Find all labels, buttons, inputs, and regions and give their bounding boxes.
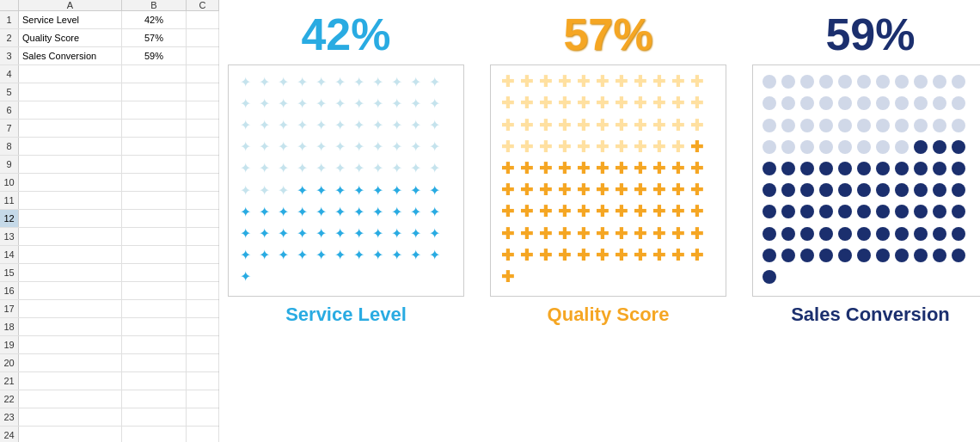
- table-row[interactable]: 1Service Level42%: [0, 11, 218, 29]
- cell-label[interactable]: [19, 408, 122, 426]
- cell-label[interactable]: [19, 120, 122, 137]
- table-row[interactable]: 17: [0, 300, 218, 318]
- cell-extra[interactable]: [187, 11, 219, 28]
- table-row[interactable]: 7: [0, 120, 218, 138]
- table-row[interactable]: 18: [0, 318, 218, 336]
- table-row[interactable]: 12: [0, 210, 218, 228]
- cell-value[interactable]: [122, 228, 187, 245]
- cell-extra[interactable]: [187, 228, 219, 245]
- cell-extra[interactable]: [187, 156, 219, 173]
- cell-label[interactable]: [19, 210, 122, 227]
- cell-extra[interactable]: [187, 354, 219, 371]
- cell-extra[interactable]: [187, 427, 219, 442]
- plus-21: ✚: [687, 94, 706, 113]
- table-row[interactable]: 3Sales Conversion59%: [0, 47, 218, 65]
- cell-label[interactable]: [19, 372, 122, 390]
- cell-value[interactable]: [122, 354, 187, 371]
- cell-value[interactable]: [122, 372, 187, 390]
- cell-extra[interactable]: [187, 120, 219, 137]
- table-row[interactable]: 16: [0, 282, 218, 300]
- table-row[interactable]: 13: [0, 228, 218, 246]
- table-row[interactable]: 23: [0, 408, 218, 427]
- cell-extra[interactable]: [187, 65, 219, 83]
- table-row[interactable]: 24: [0, 427, 218, 442]
- table-row[interactable]: 11: [0, 192, 218, 210]
- cell-value[interactable]: [122, 83, 187, 101]
- cell-value[interactable]: [122, 246, 187, 263]
- cell-extra[interactable]: [187, 282, 219, 299]
- table-row[interactable]: 19: [0, 336, 218, 354]
- cell-value[interactable]: [122, 65, 187, 83]
- cell-extra[interactable]: [187, 336, 219, 353]
- service-level-grid: ✦✦✦✦✦✦✦✦✦✦✦✦✦✦✦✦✦✦✦✦✦✦✦✦✦✦✦✦✦✦✦✦✦✦✦✦✦✦✦✦…: [228, 64, 464, 297]
- cell-value[interactable]: [122, 336, 187, 353]
- cell-value[interactable]: [122, 390, 187, 408]
- table-row[interactable]: 10: [0, 174, 218, 192]
- table-row[interactable]: 20: [0, 354, 218, 372]
- cell-label[interactable]: [19, 83, 122, 101]
- cell-extra[interactable]: [187, 300, 219, 317]
- table-row[interactable]: 15: [0, 264, 218, 282]
- table-row[interactable]: 6: [0, 101, 218, 120]
- cell-label[interactable]: [19, 300, 122, 317]
- circle-37: [836, 138, 854, 157]
- table-row[interactable]: 4: [0, 65, 218, 83]
- cell-extra[interactable]: [187, 101, 219, 119]
- cell-extra[interactable]: [187, 47, 219, 64]
- cell-extra[interactable]: [187, 246, 219, 263]
- cell-value[interactable]: [122, 408, 187, 426]
- cell-label[interactable]: [19, 282, 122, 299]
- cell-value[interactable]: [122, 300, 187, 317]
- cell-extra[interactable]: [187, 408, 219, 426]
- cell-value[interactable]: [122, 210, 187, 227]
- cell-extra[interactable]: [187, 29, 219, 46]
- cell-label[interactable]: [19, 192, 122, 209]
- cell-label[interactable]: [19, 138, 122, 155]
- cell-value[interactable]: 57%: [122, 29, 187, 46]
- cell-label[interactable]: [19, 336, 122, 353]
- table-row[interactable]: 14: [0, 246, 218, 264]
- cell-label[interactable]: [19, 174, 122, 191]
- table-row[interactable]: 22: [0, 390, 218, 408]
- table-row[interactable]: 21: [0, 372, 218, 390]
- cell-extra[interactable]: [187, 210, 219, 227]
- table-row[interactable]: 2Quality Score57%: [0, 29, 218, 47]
- cell-label[interactable]: Sales Conversion: [19, 47, 122, 64]
- cell-value[interactable]: [122, 318, 187, 335]
- cell-label[interactable]: [19, 354, 122, 371]
- cell-label[interactable]: [19, 318, 122, 335]
- cell-extra[interactable]: [187, 372, 219, 390]
- cell-extra[interactable]: [187, 192, 219, 209]
- cell-label[interactable]: [19, 246, 122, 263]
- cell-value[interactable]: [122, 101, 187, 119]
- cell-label[interactable]: [19, 156, 122, 173]
- cell-extra[interactable]: [187, 83, 219, 101]
- cell-value[interactable]: [122, 120, 187, 137]
- cell-extra[interactable]: [187, 174, 219, 191]
- cell-value[interactable]: 42%: [122, 11, 187, 28]
- cell-label[interactable]: [19, 390, 122, 408]
- cell-label[interactable]: [19, 101, 122, 119]
- circle-74: [911, 202, 930, 221]
- table-row[interactable]: 5: [0, 83, 218, 101]
- cell-value[interactable]: 59%: [122, 47, 187, 64]
- cell-value[interactable]: [122, 427, 187, 442]
- cell-label[interactable]: [19, 65, 122, 83]
- cell-label[interactable]: [19, 264, 122, 281]
- cell-value[interactable]: [122, 138, 187, 155]
- table-row[interactable]: 8: [0, 138, 218, 156]
- cell-extra[interactable]: [187, 264, 219, 281]
- cell-value[interactable]: [122, 264, 187, 281]
- cell-label[interactable]: [19, 228, 122, 245]
- cell-value[interactable]: [122, 282, 187, 299]
- cell-value[interactable]: [122, 192, 187, 209]
- cell-value[interactable]: [122, 174, 187, 191]
- cell-extra[interactable]: [187, 138, 219, 155]
- cell-label[interactable]: Quality Score: [19, 29, 122, 46]
- cell-extra[interactable]: [187, 390, 219, 408]
- cell-label[interactable]: [19, 427, 122, 442]
- cell-value[interactable]: [122, 156, 187, 173]
- table-row[interactable]: 9: [0, 156, 218, 174]
- cell-label[interactable]: Service Level: [19, 11, 122, 28]
- cell-extra[interactable]: [187, 318, 219, 335]
